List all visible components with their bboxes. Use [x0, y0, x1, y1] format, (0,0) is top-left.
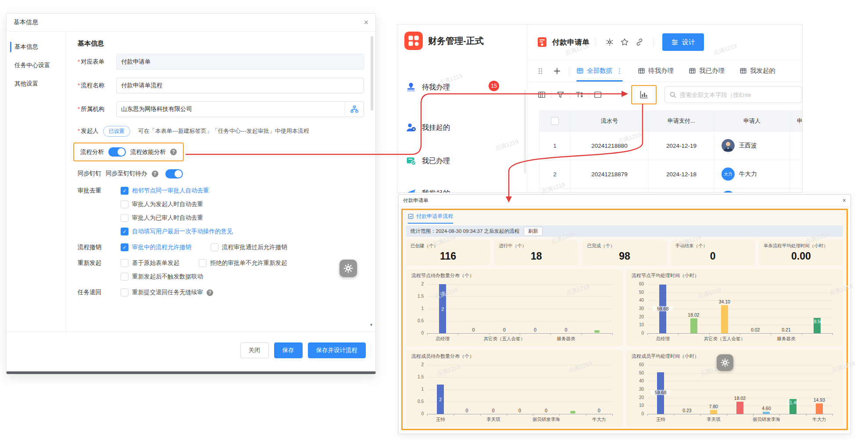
row-date[interactable]: 2024-12-18: [649, 160, 714, 189]
bar: [710, 410, 717, 414]
row-serial[interactable]: 1: [539, 132, 571, 160]
dedup-option-4[interactable]: 自动填写用户最后一次手动操作的意见: [132, 228, 233, 235]
tab-done[interactable]: 我已办理: [689, 60, 725, 82]
ytick: 2: [410, 362, 424, 367]
save-button[interactable]: 保存: [274, 342, 303, 358]
avatar-initials: 大力: [722, 168, 735, 181]
checkbox-return-seamless[interactable]: [121, 289, 129, 296]
tab-todo[interactable]: 待我办理: [638, 60, 674, 82]
dedup-option-1[interactable]: 相邻节点同一审批人自动去重: [132, 187, 209, 195]
row-flow-no[interactable]: 20241218880: [571, 132, 649, 160]
field-label: 流程名称: [81, 82, 104, 89]
tab-initiated[interactable]: 我发起的: [739, 60, 775, 82]
scrollbar-thumb[interactable]: [371, 36, 373, 110]
organization-field[interactable]: [117, 106, 345, 113]
xtickmark: [550, 333, 551, 335]
form-row-target-form: *对应表单: [78, 54, 364, 70]
help-icon[interactable]: ?: [152, 171, 158, 177]
sort-icon[interactable]: [574, 89, 585, 100]
sidebar-item-task-center[interactable]: 任务中心设置: [7, 56, 66, 75]
settings-gear-overlay-button-2[interactable]: [717, 354, 733, 371]
drag-handle-icon[interactable]: [535, 65, 546, 77]
sidebar-item-basic-info[interactable]: 基本信息: [7, 38, 66, 56]
row-date[interactable]: 2024-12-19: [649, 132, 714, 160]
restart-option-2[interactable]: 拒绝的审批单不允许重新发起: [210, 259, 287, 267]
ytick: 60: [630, 362, 644, 367]
restart-option-1[interactable]: 基于原始表单发起: [132, 259, 179, 267]
tab-payment-flow[interactable]: 付款申请单流程: [408, 213, 453, 224]
form-settings-gear-icon[interactable]: [604, 36, 615, 48]
xtickmark: [727, 414, 727, 416]
column-display-icon[interactable]: [536, 89, 547, 100]
sidebar-item-other-settings[interactable]: 其他设置: [7, 75, 66, 93]
field-label: 所属机构: [81, 106, 104, 112]
axis: [647, 414, 832, 414]
tab-all-data[interactable]: 全部数据 ⋮: [576, 60, 623, 82]
help-icon[interactable]: ?: [170, 149, 177, 155]
card-view-icon[interactable]: [593, 89, 604, 100]
ytick: 30: [630, 306, 644, 311]
sidebar-item-initiated[interactable]: 我发起的: [405, 188, 515, 193]
filter-icon[interactable]: [555, 89, 566, 100]
sidebar-item-done[interactable]: 我已办理: [405, 155, 515, 167]
checkbox-dedup-adjacent[interactable]: ✓: [121, 187, 129, 195]
row-flow-no[interactable]: 20241218879: [571, 160, 649, 189]
view-tabbar: 全部数据 ⋮ 待我办理 我已办理 我发起的: [527, 60, 802, 82]
select-all-checkbox[interactable]: [551, 117, 559, 125]
revoke-option-1[interactable]: 审批中的流程允许撤销: [132, 243, 191, 251]
initiator-set-badge[interactable]: 已设置: [103, 126, 130, 137]
checkbox-autofill-opinion[interactable]: ✓: [121, 228, 129, 235]
help-icon[interactable]: ?: [207, 289, 213, 296]
checkbox-dedup-reviewed[interactable]: [121, 214, 129, 222]
favorite-star-icon[interactable]: [619, 36, 630, 48]
checkbox-revoke-after-approval[interactable]: [211, 243, 218, 251]
xtickmark: [582, 333, 582, 335]
flow-name-field[interactable]: [116, 78, 364, 93]
dot: [594, 330, 600, 333]
settings-gear-overlay-button[interactable]: [339, 260, 357, 277]
save-and-design-button[interactable]: 保存并设计流程: [308, 342, 366, 358]
flow-analysis-chart-button[interactable]: [631, 85, 657, 104]
search-input[interactable]: [679, 91, 797, 99]
dedup-option-2[interactable]: 审批人为发起人时自动去重: [132, 200, 203, 208]
vlabel: 4.60: [753, 406, 779, 411]
return-option-1[interactable]: 重新提交退回任务无缝续审: [132, 289, 203, 296]
checkbox-restart-original[interactable]: [121, 259, 129, 267]
row-applicant[interactable]: 王西波: [714, 132, 790, 160]
share-link-icon[interactable]: [634, 36, 645, 48]
sidebar-scrollbar[interactable]: [524, 90, 526, 174]
stat-card-manually-ended: 手动结束（个） 0: [671, 240, 755, 266]
checkbox-restart-no-linkage[interactable]: [121, 273, 129, 281]
row-serial[interactable]: 2: [539, 160, 571, 189]
restart-option-3[interactable]: 重新发起后不触发数据联动: [132, 273, 203, 281]
sidebar-item-suspended[interactable]: 我挂起的: [405, 122, 515, 133]
checkbox-revoke-in-approval[interactable]: ✓: [121, 243, 129, 251]
sidebar-item-label: 我发起的: [422, 189, 450, 193]
tab-more-icon[interactable]: ⋮: [616, 67, 623, 75]
design-button[interactable]: 设计: [662, 33, 704, 51]
dialog-content: 基本信息 *对应表单 *流程名称 *所属机构 *发起人: [66, 32, 375, 332]
close-icon[interactable]: ×: [364, 18, 368, 26]
dot: [570, 411, 575, 413]
xtickmark: [700, 414, 701, 416]
sidebar-item-todo[interactable]: 待我办理 15: [405, 82, 515, 93]
checkbox-dedup-initiator[interactable]: [121, 200, 129, 208]
flow-analysis-toggle[interactable]: [108, 147, 126, 157]
close-button[interactable]: 关闭: [240, 342, 269, 358]
scroll-down-icon[interactable]: ▼: [369, 323, 373, 327]
gridline: [427, 321, 612, 321]
row-applicant[interactable]: 大力 牛大力: [714, 160, 790, 189]
target-form-field[interactable]: [116, 54, 364, 70]
close-icon[interactable]: ×: [843, 197, 846, 203]
refresh-button[interactable]: 刷新: [524, 227, 543, 236]
checkbox-restart-rejected[interactable]: [199, 259, 207, 267]
add-view-icon[interactable]: [551, 65, 563, 77]
table-icon: [576, 68, 584, 74]
bar: [763, 412, 770, 414]
gridline: [427, 296, 612, 297]
dingtalk-toggle[interactable]: [165, 169, 183, 178]
dedup-option-3[interactable]: 审批人为已审人时自动去重: [132, 214, 203, 222]
revoke-option-2[interactable]: 流程审批通过后允许撤销: [222, 243, 287, 251]
form-row-revoke: 流程撤销 ✓ 审批中的流程允许撤销 流程审批通过后允许撤销: [78, 243, 364, 251]
org-picker-icon[interactable]: [345, 102, 364, 117]
